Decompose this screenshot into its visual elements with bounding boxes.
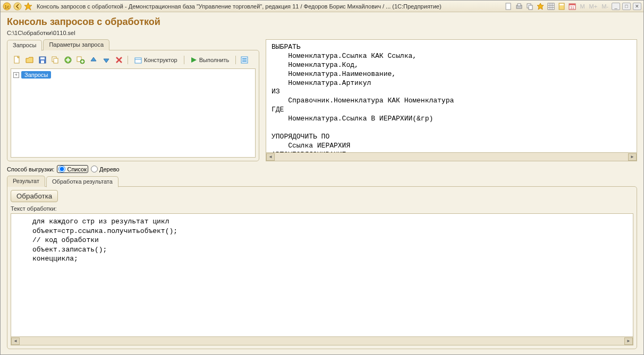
scroll-right-icon-2[interactable]: ► bbox=[624, 337, 633, 345]
add-icon[interactable] bbox=[63, 55, 73, 65]
scroll-right-icon[interactable]: ► bbox=[628, 153, 637, 161]
add-child-icon[interactable] bbox=[75, 55, 86, 65]
processing-editor[interactable]: для каждого стр из результат цикл объект… bbox=[11, 214, 633, 336]
tab-params[interactable]: Параметры запроса bbox=[43, 39, 109, 50]
titlebar-right: 31 M M+ M- _ □ ✕ bbox=[504, 2, 641, 11]
svg-rect-6 bbox=[518, 4, 521, 6]
radio-list-label: Список bbox=[67, 166, 87, 172]
mem-mminus[interactable]: M- bbox=[600, 3, 609, 10]
execute-button[interactable]: Выполнить bbox=[188, 55, 232, 65]
tab-processing[interactable]: Обработка результата bbox=[46, 176, 118, 187]
toolbar-separator-3 bbox=[235, 56, 236, 64]
tb-new-icon[interactable] bbox=[504, 2, 513, 11]
open-folder-icon[interactable] bbox=[24, 55, 35, 65]
svg-rect-26 bbox=[54, 58, 58, 63]
app-logo-icon: 1c bbox=[3, 2, 11, 11]
processing-button[interactable]: Обработка bbox=[11, 190, 58, 202]
tb-grid-icon[interactable] bbox=[547, 2, 555, 11]
tab-queries[interactable]: Запросы bbox=[7, 40, 42, 51]
scroll-track[interactable] bbox=[275, 153, 628, 161]
minimize-button[interactable]: _ bbox=[612, 3, 620, 10]
move-down-icon[interactable] bbox=[101, 55, 112, 65]
mem-m[interactable]: M bbox=[579, 3, 586, 10]
radio-tree-input[interactable] bbox=[91, 166, 98, 172]
svg-rect-8 bbox=[529, 5, 532, 10]
tb-copy-icon[interactable] bbox=[526, 2, 534, 11]
toolbar-separator bbox=[128, 56, 128, 64]
copy-icon[interactable] bbox=[50, 55, 61, 65]
processing-code-label: Текст обработки: bbox=[11, 205, 633, 212]
settings-icon[interactable] bbox=[239, 55, 250, 65]
radio-tree[interactable]: Дерево bbox=[91, 166, 120, 172]
scroll-left-icon-2[interactable]: ◄ bbox=[11, 337, 20, 345]
svg-rect-34 bbox=[242, 60, 247, 62]
move-up-icon[interactable] bbox=[88, 55, 99, 65]
favorite-icon[interactable] bbox=[24, 2, 32, 11]
svg-rect-16 bbox=[560, 4, 564, 5]
svg-text:31: 31 bbox=[571, 6, 575, 10]
svg-rect-10 bbox=[548, 3, 554, 10]
queries-body: Конструктор Выполнить + Запрос bbox=[7, 50, 259, 161]
back-icon[interactable] bbox=[13, 2, 22, 11]
lower-panel: Результат Обработка результата Обработка… bbox=[7, 176, 637, 349]
output-mode-label: Способ выгрузки: bbox=[7, 166, 54, 172]
file-path: C:\1C\обработки\0110.sel bbox=[7, 30, 637, 36]
delete-icon[interactable] bbox=[114, 55, 124, 65]
query-text-editor[interactable]: ВЫБРАТЬ Номенклатура.Ссылка КАК Ссылка, … bbox=[266, 40, 637, 152]
window-title: Консоль запросов с обработкой - Демонстр… bbox=[35, 3, 502, 10]
query-text-panel: ВЫБРАТЬ Номенклатура.Ссылка КАК Ссылка, … bbox=[266, 39, 637, 161]
page-title: Консоль запросов с обработкой bbox=[7, 16, 637, 28]
svg-rect-33 bbox=[242, 58, 247, 59]
svg-rect-23 bbox=[40, 57, 45, 59]
save-icon[interactable] bbox=[37, 55, 48, 65]
svg-rect-32 bbox=[241, 57, 248, 63]
close-button[interactable]: ✕ bbox=[633, 3, 641, 10]
app-window: 1c Консоль запросов с обработкой - Демон… bbox=[0, 0, 644, 355]
svg-marker-9 bbox=[537, 3, 544, 10]
tb-print-icon[interactable] bbox=[515, 2, 523, 11]
titlebar: 1c Консоль запросов с обработкой - Демон… bbox=[1, 1, 643, 12]
top-tabs: Запросы Параметры запроса bbox=[7, 39, 259, 50]
new-file-icon[interactable] bbox=[12, 55, 22, 65]
svg-marker-3 bbox=[24, 3, 32, 10]
tb-calendar-icon[interactable]: 31 bbox=[568, 2, 577, 11]
tab-result[interactable]: Результат bbox=[7, 176, 45, 187]
radio-tree-label: Дерево bbox=[99, 166, 120, 172]
svg-point-2 bbox=[14, 3, 21, 10]
query-hscrollbar[interactable]: ◄ ► bbox=[266, 152, 637, 161]
output-mode-row: Способ выгрузки: Список Дерево bbox=[7, 166, 637, 172]
bottom-tabs: Результат Обработка результата bbox=[7, 176, 637, 187]
upper-split: Запросы Параметры запроса bbox=[7, 39, 637, 161]
constructor-label: Конструктор bbox=[144, 57, 177, 63]
processing-editor-wrap: для каждого стр из результат цикл объект… bbox=[11, 213, 633, 345]
tb-calc-icon[interactable] bbox=[557, 2, 566, 11]
svg-rect-4 bbox=[506, 3, 511, 10]
queries-toolbar: Конструктор Выполнить bbox=[11, 54, 256, 68]
tb-star2-icon[interactable] bbox=[536, 2, 545, 11]
radio-list[interactable]: Список bbox=[57, 166, 88, 172]
mem-mplus[interactable]: M+ bbox=[588, 3, 599, 10]
queries-tree[interactable]: + Запросы bbox=[11, 68, 256, 158]
queries-panel: Запросы Параметры запроса bbox=[7, 39, 259, 161]
svg-text:1c: 1c bbox=[4, 4, 10, 10]
execute-label: Выполнить bbox=[199, 57, 229, 63]
page: Консоль запросов с обработкой C:\1C\обра… bbox=[1, 12, 643, 354]
svg-rect-18 bbox=[569, 4, 575, 5]
maximize-button[interactable]: □ bbox=[622, 3, 631, 10]
toolbar-separator-2 bbox=[184, 56, 184, 64]
scroll-left-icon[interactable]: ◄ bbox=[266, 153, 275, 161]
processing-body: Обработка Текст обработки: для каждого с… bbox=[7, 186, 637, 349]
constructor-button[interactable]: Конструктор bbox=[131, 55, 181, 65]
tree-root-item: + Запросы bbox=[13, 71, 253, 79]
svg-rect-24 bbox=[41, 60, 44, 63]
processing-hscrollbar[interactable]: ◄ ► bbox=[11, 336, 633, 345]
radio-list-input[interactable] bbox=[58, 166, 65, 172]
svg-rect-30 bbox=[135, 58, 141, 63]
tree-expander-icon[interactable]: + bbox=[13, 72, 19, 78]
scroll-track-2[interactable] bbox=[20, 337, 624, 345]
tree-root-label[interactable]: Запросы bbox=[21, 71, 51, 79]
